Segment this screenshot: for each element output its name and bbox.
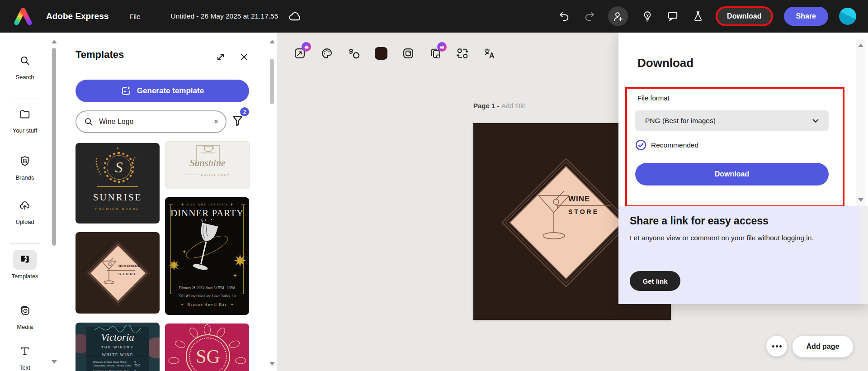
add-collaborator-button[interactable] — [608, 6, 628, 26]
download-button-topbar[interactable]: Download — [716, 6, 773, 26]
templates-icon — [13, 250, 37, 270]
sidebar-label: Text — [19, 364, 30, 371]
ornament-line — [97, 186, 138, 187]
close-panel-icon[interactable] — [239, 52, 250, 62]
panel-scrollbar — [856, 39, 865, 206]
sidebar-item-search[interactable]: Search — [0, 51, 50, 81]
panel-scroll-track — [860, 206, 868, 304]
background-color-swatch[interactable] — [374, 47, 388, 60]
star-ornament — [234, 254, 246, 267]
template-date-line: February 28, 2023 | Start At 7PM - 10PM — [165, 286, 249, 290]
generate-template-button[interactable]: Generate template — [75, 80, 249, 102]
cloud-sync-icon — [288, 10, 302, 23]
scroll-up-arrow[interactable] — [52, 40, 57, 43]
monogram: S — [115, 159, 123, 176]
adobe-express-app: Adobe Express File Untitled - 26 May 202… — [0, 0, 868, 371]
layout-frame-tool[interactable] — [401, 47, 415, 60]
scroll-up-arrow[interactable] — [269, 40, 275, 43]
share-button[interactable]: Share — [784, 7, 828, 26]
template-thumbnail-dinner-party[interactable]: YOU ARE INVITED DINNER PARTY February 28… — [165, 197, 249, 315]
theme-colors-tool[interactable] — [320, 47, 334, 60]
download-panel-title: Download — [637, 56, 693, 70]
animate-icon — [347, 47, 361, 60]
scrollbar-thumb[interactable] — [52, 48, 56, 246]
frame-icon — [402, 47, 415, 60]
account-avatar[interactable] — [839, 8, 856, 25]
sidebar-item-upload[interactable]: Upload — [0, 195, 50, 225]
download-confirm-button[interactable]: Download — [635, 163, 829, 186]
sidebar-label: Your stuff — [13, 127, 37, 134]
media-icon — [13, 300, 37, 320]
logo-text-line1: WINE — [568, 195, 590, 204]
template-subtitle: THE WINERY — [75, 345, 160, 349]
sidebar-item-templates[interactable]: Templates — [0, 250, 50, 280]
page-more-options-button[interactable] — [766, 336, 787, 357]
scroll-down-arrow[interactable] — [52, 360, 57, 364]
canvas-toolbar — [293, 43, 496, 63]
petal-ornament — [228, 339, 241, 349]
add-person-icon — [612, 10, 624, 22]
animate-tool[interactable] — [347, 47, 361, 60]
undo-icon[interactable] — [558, 10, 570, 22]
search-input[interactable] — [98, 117, 207, 126]
sidebar-item-text[interactable]: Text — [0, 341, 50, 371]
redo-icon[interactable] — [584, 10, 595, 22]
template-script-title: Victoria — [75, 332, 160, 343]
adobe-express-logo-icon[interactable] — [13, 7, 33, 26]
scroll-up-arrow[interactable] — [858, 43, 863, 47]
ornament-line — [107, 270, 135, 271]
template-thumbnail-victoria-winery[interactable]: Victoria THE WINERY WHITE WINE Chateau D… — [75, 323, 160, 371]
color-swatch — [375, 47, 387, 60]
template-thumbnail-sunshine[interactable]: Sunshine COFFEE SHOP — [165, 141, 250, 189]
scroll-down-arrow[interactable] — [269, 362, 275, 366]
template-kicker: YOU ARE INVITED — [187, 203, 228, 206]
chevron-down-icon — [811, 116, 821, 126]
resize-tool[interactable] — [293, 47, 307, 60]
crown-icon — [304, 44, 309, 50]
document-title[interactable]: Untitled - 26 May 2025 at 21.17.55 — [171, 12, 278, 20]
file-format-label: File format — [637, 94, 670, 102]
folder-icon — [13, 104, 37, 124]
template-script-title: Sunshine — [165, 157, 250, 169]
ideas-lightbulb-icon[interactable] — [642, 10, 653, 22]
recommended-row: Recommended — [635, 139, 698, 151]
star-ornament — [116, 147, 119, 150]
scroll-down-arrow[interactable] — [858, 198, 863, 202]
scrollbar-thumb[interactable] — [270, 59, 274, 104]
sidebar-item-brands[interactable]: Brands — [0, 151, 50, 181]
file-format-dropdown[interactable]: PNG (Best for images) — [635, 110, 829, 131]
download-panel: Download File format PNG (Best for image… — [618, 33, 868, 304]
add-title-placeholder[interactable]: Add title — [501, 102, 526, 109]
expand-panel-icon[interactable] — [215, 52, 226, 62]
sidebar-item-your-stuff[interactable]: Your stuff — [0, 104, 50, 134]
add-page-button[interactable]: Add page — [793, 336, 853, 357]
template-kicker-row: YOU ARE INVITED — [165, 203, 249, 206]
template-thumbnail-sunrise[interactable]: S SUNRISE PREMIUM BRAND — [75, 143, 160, 224]
sidebar-item-media[interactable]: Media — [0, 300, 50, 330]
duplicate-pages-tool[interactable] — [429, 47, 442, 60]
get-link-button[interactable]: Get link — [630, 271, 680, 291]
templates-panel: Templates Generate template × 2 — [59, 33, 268, 371]
share-link-description: Let anyone view or comment on your file … — [630, 233, 852, 243]
petal-ornament — [236, 357, 246, 364]
template-search-field[interactable]: × — [75, 110, 226, 133]
template-thumbnail-beverage-store[interactable]: BEVERAGE STORE — [75, 232, 160, 314]
file-menu[interactable]: File — [129, 13, 140, 20]
translate-tool[interactable] — [483, 47, 496, 60]
premium-crown-badge — [302, 42, 311, 52]
comments-icon[interactable] — [667, 10, 679, 22]
sidebar-label: Search — [15, 74, 34, 81]
sidebar-scrollbar — [50, 33, 59, 371]
star-ornament — [233, 273, 237, 278]
sidebar-divider — [10, 243, 40, 244]
translate-icon — [483, 47, 496, 60]
clear-search-icon[interactable]: × — [214, 117, 218, 126]
martini-glass-sketch — [100, 257, 118, 285]
generate-template-label: Generate template — [137, 86, 204, 95]
template-thumbnail-sg-monogram[interactable]: SG — [165, 323, 249, 371]
template-venue: Bronze Anvil Bar — [187, 302, 227, 307]
page-label[interactable]: Page 1 - Add title — [473, 102, 526, 109]
beta-flask-icon[interactable] — [692, 10, 704, 22]
menu-section-title: WHITE WINE — [102, 352, 133, 357]
swap-refresh-tool[interactable] — [456, 47, 469, 60]
